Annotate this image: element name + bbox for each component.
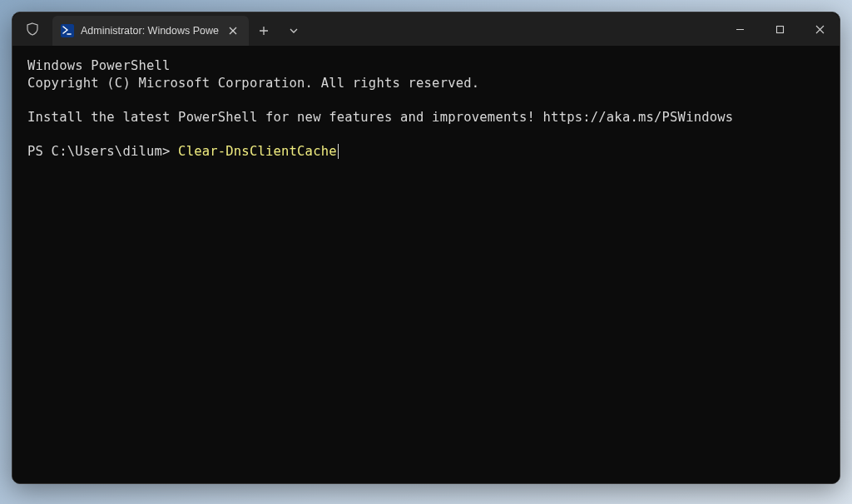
install-message: Install the latest PowerShell for new fe… [27, 109, 825, 126]
command-text: Clear-DnsClientCache [178, 144, 337, 159]
header-line-2: Copyright (C) Microsoft Corporation. All… [27, 75, 825, 92]
new-tab-button[interactable] [249, 16, 279, 46]
header-line-1: Windows PowerShell [27, 57, 825, 75]
active-tab[interactable]: Administrator: Windows Powe [52, 16, 249, 46]
shield-icon [26, 22, 39, 36]
titlebar: Administrator: Windows Powe [12, 12, 840, 46]
powershell-icon [61, 24, 74, 37]
terminal-window: Administrator: Windows Powe [12, 12, 840, 484]
close-icon [815, 25, 825, 34]
minimize-button[interactable] [720, 12, 760, 46]
titlebar-left: Administrator: Windows Powe [12, 12, 720, 46]
text-cursor [338, 144, 339, 159]
tab-dropdown-button[interactable] [279, 16, 309, 46]
close-window-button[interactable] [800, 12, 840, 46]
svg-rect-7 [776, 26, 783, 32]
tab-close-button[interactable] [225, 23, 240, 38]
prompt-line: PS C:\Users\dilum> Clear-DnsClientCache [27, 143, 825, 161]
tab-title: Administrator: Windows Powe [81, 25, 219, 37]
plus-icon [259, 26, 269, 36]
window-controls [720, 12, 840, 46]
elevation-shield-wrap [12, 22, 52, 36]
minimize-icon [736, 25, 745, 34]
terminal-content[interactable]: Windows PowerShell Copyright (C) Microso… [12, 46, 840, 483]
maximize-button[interactable] [760, 12, 800, 46]
prompt-text: PS C:\Users\dilum> [27, 144, 178, 159]
chevron-down-icon [289, 26, 299, 36]
maximize-icon [775, 25, 785, 34]
close-icon [229, 27, 237, 35]
